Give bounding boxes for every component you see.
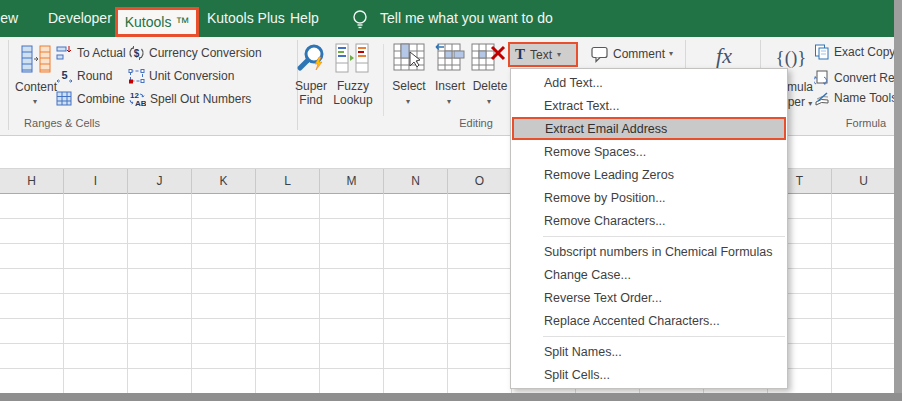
svg-text:5: 5 xyxy=(61,69,67,81)
menu-item-remove-by-position[interactable]: Remove by Position... xyxy=(511,186,787,209)
currency-conversion-button[interactable]: $ Currency Conversion xyxy=(128,44,262,62)
svg-text:AB: AB xyxy=(135,99,146,107)
menu-item-extract-email-address[interactable]: Extract Email Address xyxy=(512,117,786,140)
menu-item-extract-text[interactable]: Extract Text... xyxy=(511,94,787,117)
to-actual-icon xyxy=(56,45,73,61)
chevron-down-icon[interactable]: ▾ xyxy=(406,97,410,106)
screenshot-border-bottom xyxy=(0,393,902,401)
lightbulb-icon xyxy=(351,8,369,30)
menu-item-split-cells[interactable]: Split Cells... xyxy=(511,363,787,386)
menu-item-change-case[interactable]: Change Case... xyxy=(511,263,787,286)
chevron-down-icon[interactable]: ▾ xyxy=(447,97,451,106)
menu-item-replace-accented-characters[interactable]: Replace Accented Characters... xyxy=(511,309,787,332)
name-tools-icon xyxy=(814,90,830,106)
menu-item-reverse-text-order[interactable]: Reverse Text Order... xyxy=(511,286,787,309)
select-label[interactable]: Select xyxy=(387,79,431,93)
convert-refers-button[interactable]: Convert Refers xyxy=(814,69,902,87)
exact-copy-icon xyxy=(814,44,830,60)
button-separator xyxy=(383,44,384,116)
convert-refers-icon xyxy=(814,70,830,86)
comment-label: Comment xyxy=(613,47,665,61)
fuzzy-lookup-label-1[interactable]: Fuzzy xyxy=(328,79,378,93)
column-header[interactable]: N xyxy=(384,169,448,194)
unit-conversion-label: Unit Conversion xyxy=(149,69,234,83)
spell-out-numbers-label: Spell Out Numbers xyxy=(150,92,251,106)
super-find-icon xyxy=(294,43,328,75)
select-button[interactable] xyxy=(392,42,426,72)
content-icon xyxy=(18,44,54,76)
braces-icon: {()} xyxy=(776,47,807,68)
currency-conversion-label: Currency Conversion xyxy=(149,46,262,60)
text-button-label: Text xyxy=(530,48,552,62)
column-header[interactable]: J xyxy=(128,169,192,194)
menu-item-subscript-numbers[interactable]: Subscript numbers in Chemical Formulas xyxy=(511,240,787,263)
round-label: Round xyxy=(77,69,112,83)
menu-item-remove-spaces[interactable]: Remove Spaces... xyxy=(511,140,787,163)
column-header[interactable]: U xyxy=(832,169,896,194)
delete-button[interactable] xyxy=(470,42,508,72)
menu-separator xyxy=(543,336,785,337)
svg-text:$: $ xyxy=(134,48,140,59)
round-icon: 5 xyxy=(56,68,73,84)
chevron-down-icon[interactable]: ▾ xyxy=(33,97,37,106)
column-header[interactable]: M xyxy=(320,169,384,194)
tab-developer[interactable]: Developer xyxy=(48,0,112,37)
tab-kutools-active[interactable]: Kutools ™ xyxy=(115,7,199,37)
menu-item-remove-characters[interactable]: Remove Characters... xyxy=(511,209,787,232)
tab-help[interactable]: Help xyxy=(290,0,319,37)
fuzzy-lookup-label-2[interactable]: Lookup xyxy=(328,93,378,107)
chevron-down-icon: ▾ xyxy=(557,51,561,59)
convert-refers-label: Convert Refers xyxy=(834,71,902,85)
screenshot-border-right xyxy=(894,0,902,401)
unit-conversion-button[interactable]: Unit Conversion xyxy=(128,67,234,85)
fx-functions-button[interactable]: fx xyxy=(700,43,748,69)
round-button[interactable]: 5 Round xyxy=(56,67,112,85)
super-find-button[interactable] xyxy=(294,43,328,75)
excel-kutools-screenshot: View Developer Kutools ™ Kutools Plus He… xyxy=(0,0,902,401)
column-header[interactable]: H xyxy=(0,169,64,194)
menu-item-remove-leading-zeros[interactable]: Remove Leading Zeros xyxy=(511,163,787,186)
delete-icon xyxy=(470,42,508,72)
currency-conversion-icon: $ xyxy=(128,45,145,61)
chevron-down-icon: ▾ xyxy=(669,50,673,58)
tab-view[interactable]: View xyxy=(0,0,18,37)
to-actual-button[interactable]: To Actual xyxy=(56,44,126,62)
insert-icon xyxy=(434,42,468,72)
text-dropdown-menu: Add Text... Extract Text... Extract Emai… xyxy=(510,68,788,389)
column-header[interactable]: L xyxy=(256,169,320,194)
chevron-down-icon: ▾ xyxy=(808,99,812,108)
column-header[interactable]: I xyxy=(64,169,128,194)
comment-icon xyxy=(591,46,609,63)
tell-me-box[interactable]: Tell me what you want to do xyxy=(380,0,553,37)
fuzzy-lookup-button[interactable] xyxy=(334,43,370,75)
group-label-ranges-cells: Ranges & Cells xyxy=(0,117,124,131)
text-dropdown-button[interactable]: T Text ▾ xyxy=(508,42,578,67)
combine-button[interactable]: Combine xyxy=(56,90,125,108)
menu-item-add-text[interactable]: Add Text... xyxy=(511,71,787,94)
fuzzy-lookup-icon xyxy=(334,43,370,75)
comment-dropdown-button[interactable]: Comment ▾ xyxy=(591,45,673,63)
insert-label[interactable]: Insert xyxy=(428,79,472,93)
spell-out-numbers-button[interactable]: 12 AB Spell Out Numbers xyxy=(128,90,251,108)
fx-icon: fx xyxy=(716,43,732,68)
column-header[interactable]: K xyxy=(192,169,256,194)
name-tools-button[interactable]: Name Tools xyxy=(814,89,897,107)
combine-label: Combine xyxy=(77,92,125,106)
ribbon-tab-bar: View Developer Kutools ™ Kutools Plus He… xyxy=(0,0,902,37)
menu-separator xyxy=(543,236,785,237)
exact-copy-label: Exact Copy xyxy=(834,45,895,59)
menu-item-split-names[interactable]: Split Names... xyxy=(511,340,787,363)
tab-kutools-plus[interactable]: Kutools Plus xyxy=(207,0,285,37)
combine-icon xyxy=(56,91,73,107)
exact-copy-button[interactable]: Exact Copy xyxy=(814,43,895,61)
formula-helper-button[interactable]: {()} xyxy=(762,47,820,69)
spell-out-numbers-icon: 12 AB xyxy=(128,91,146,107)
column-header[interactable]: O xyxy=(448,169,512,194)
insert-button[interactable] xyxy=(434,42,468,72)
content-button[interactable] xyxy=(18,44,54,76)
to-actual-label: To Actual xyxy=(77,46,126,60)
chevron-down-icon[interactable]: ▾ xyxy=(487,97,491,106)
group-label-formula: Formula xyxy=(820,117,902,131)
delete-label[interactable]: Delete xyxy=(468,79,512,93)
name-tools-label: Name Tools xyxy=(834,91,897,105)
